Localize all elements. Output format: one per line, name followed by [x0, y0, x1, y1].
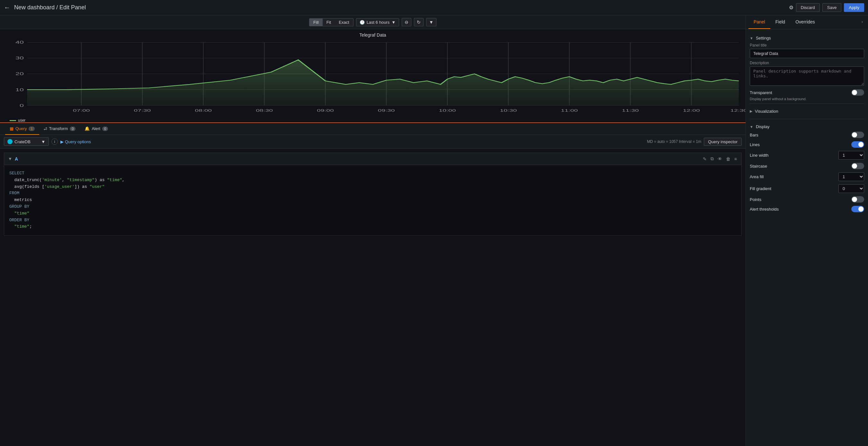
query-options-label: Query options: [65, 139, 91, 144]
svg-marker-33: [27, 60, 739, 105]
staircase-slider: [851, 163, 864, 169]
chart-toolbar: Fill Fit Exact 🕐 Last 6 hours ▼ ⊖ ↻ ▼: [0, 15, 746, 29]
bars-label: Bars: [750, 133, 851, 137]
lines-toggle[interactable]: [851, 141, 864, 148]
query-editor-a: ▼ A ✎ ⧉ 👁 🗑 ≡ SELECT date_trunc('minute'…: [4, 152, 742, 236]
visualization-section-header[interactable]: ▶ Visualization: [750, 106, 864, 116]
alert-thresholds-toggle[interactable]: [851, 206, 864, 212]
main-layout: Fill Fit Exact 🕐 Last 6 hours ▼ ⊖ ↻ ▼ Te…: [0, 15, 868, 446]
zoom-fill-button[interactable]: Fill: [309, 19, 323, 26]
svg-text:0: 0: [20, 103, 24, 108]
alert-thresholds-label: Alert thresholds: [750, 207, 851, 212]
code-line-4: FROM: [9, 190, 736, 197]
staircase-toggle[interactable]: [851, 163, 864, 169]
collapse-icon[interactable]: ▼: [8, 157, 12, 161]
points-label: Points: [750, 197, 851, 202]
code-line-2: date_trunc('minute', "timestamp") as "ti…: [9, 177, 736, 184]
query-options-link[interactable]: ▶ Query options: [60, 139, 91, 144]
delete-action-button[interactable]: 🗑: [725, 156, 731, 162]
code-editor[interactable]: SELECT date_trunc('minute', "timestamp")…: [4, 165, 741, 235]
fill-gradient-label: Fill gradient: [750, 186, 838, 191]
description-textarea[interactable]: [750, 66, 864, 86]
alert-thresholds-slider: [851, 206, 864, 212]
svg-text:10:00: 10:00: [439, 108, 456, 112]
discard-button[interactable]: Discard: [796, 3, 820, 12]
svg-text:08:30: 08:30: [256, 108, 273, 112]
svg-text:12:30: 12:30: [731, 108, 746, 112]
code-line-7: "time": [9, 210, 736, 217]
fill-gradient-row: Fill gradient 0 1: [750, 184, 864, 193]
display-section-header[interactable]: ▼ Display: [750, 122, 864, 132]
more-options-button[interactable]: ▼: [426, 18, 436, 26]
legend-label-user: user: [18, 118, 25, 123]
transform-tab-badge: 0: [70, 127, 75, 131]
zoom-out-button[interactable]: ⊖: [402, 18, 411, 26]
transparent-toggle[interactable]: [851, 89, 864, 96]
alert-tab-badge: 0: [102, 127, 108, 131]
datasource-icon: [7, 139, 12, 144]
area-fill-select[interactable]: 1 0: [838, 172, 864, 181]
edit-action-button[interactable]: ✎: [702, 156, 707, 162]
time-range-dropdown-icon: ▼: [392, 20, 396, 25]
bars-toggle[interactable]: [851, 132, 864, 138]
line-width-select[interactable]: 1 2 3: [838, 151, 864, 160]
right-tab-panel[interactable]: Panel: [748, 15, 770, 29]
chart-legend: user: [0, 117, 746, 124]
tab-transform[interactable]: ⥄ Transform 0: [39, 123, 80, 135]
query-inspector-button[interactable]: Query inspector: [704, 138, 742, 146]
query-editor-header: ▼ A ✎ ⧉ 👁 🗑 ≡: [4, 153, 741, 165]
code-line-9: "time";: [9, 224, 736, 230]
info-icon-symbol: i: [54, 140, 55, 143]
datasource-label: CrateDB: [14, 139, 31, 144]
bars-row: Bars: [750, 132, 864, 138]
copy-action-button[interactable]: ⧉: [710, 156, 714, 162]
back-button[interactable]: ←: [4, 4, 10, 11]
zoom-group: Fill Fit Exact: [309, 18, 353, 26]
points-slider: [851, 196, 864, 203]
settings-icon[interactable]: ⚙: [789, 4, 794, 10]
description-field: Description: [750, 61, 864, 87]
right-panel-tabs: Panel Field Overrides ›: [746, 15, 868, 29]
datasource-selector[interactable]: CrateDB ▼: [4, 137, 49, 146]
svg-text:30: 30: [16, 56, 24, 60]
query-toolbar: CrateDB ▼ i ▶ Query options MD = auto = …: [0, 135, 746, 149]
header-actions: ⚙ Discard Save Apply: [789, 3, 864, 12]
settings-chevron-icon: ▼: [750, 36, 753, 40]
right-tab-panel-label: Panel: [753, 19, 765, 24]
svg-text:10: 10: [16, 88, 24, 92]
drag-action-button[interactable]: ≡: [734, 156, 738, 162]
visualization-section-label: Visualization: [755, 109, 778, 114]
lines-slider: [851, 141, 864, 148]
staircase-label: Staircase: [750, 164, 851, 169]
settings-section-header[interactable]: ▼ Settings: [750, 33, 864, 43]
query-section: CrateDB ▼ i ▶ Query options MD = auto = …: [0, 135, 746, 446]
query-label: A: [15, 157, 18, 162]
header: ← New dashboard / Edit Panel ⚙ Discard S…: [0, 0, 868, 15]
refresh-button[interactable]: ↻: [414, 18, 424, 26]
bars-slider: [851, 132, 864, 138]
right-tab-overrides[interactable]: Overrides: [790, 15, 820, 29]
alert-tab-label: Alert: [92, 126, 100, 131]
apply-button[interactable]: Apply: [844, 3, 864, 12]
code-line-3: avg(fields ['usage_user']) as "user": [9, 184, 736, 191]
chart-svg: 40 30 20 10 0 07:00 07:30 08:00 08:30 09…: [0, 39, 746, 116]
zoom-exact-button[interactable]: Exact: [335, 19, 353, 26]
fill-gradient-select[interactable]: 0 1: [838, 184, 864, 193]
save-button[interactable]: Save: [823, 3, 842, 12]
query-tab-label: Query: [16, 126, 27, 131]
datasource-info-button[interactable]: i: [52, 138, 58, 145]
svg-text:09:00: 09:00: [317, 108, 334, 112]
zoom-fit-button[interactable]: Fit: [323, 19, 335, 26]
panel-title-input[interactable]: [750, 49, 864, 58]
tab-query[interactable]: ▦ Query 1: [5, 123, 39, 135]
eye-action-button[interactable]: 👁: [717, 156, 723, 162]
display-chevron-icon: ▼: [750, 125, 753, 129]
divider-2: [750, 119, 864, 119]
points-row: Points: [750, 196, 864, 203]
right-tab-field[interactable]: Field: [770, 15, 790, 29]
right-panel-collapse-button[interactable]: ›: [859, 15, 865, 29]
tab-alert[interactable]: 🔔 Alert 0: [80, 123, 113, 135]
points-toggle[interactable]: [851, 196, 864, 203]
transparent-slider: [851, 89, 864, 96]
time-range-button[interactable]: 🕐 Last 6 hours ▼: [356, 18, 399, 26]
